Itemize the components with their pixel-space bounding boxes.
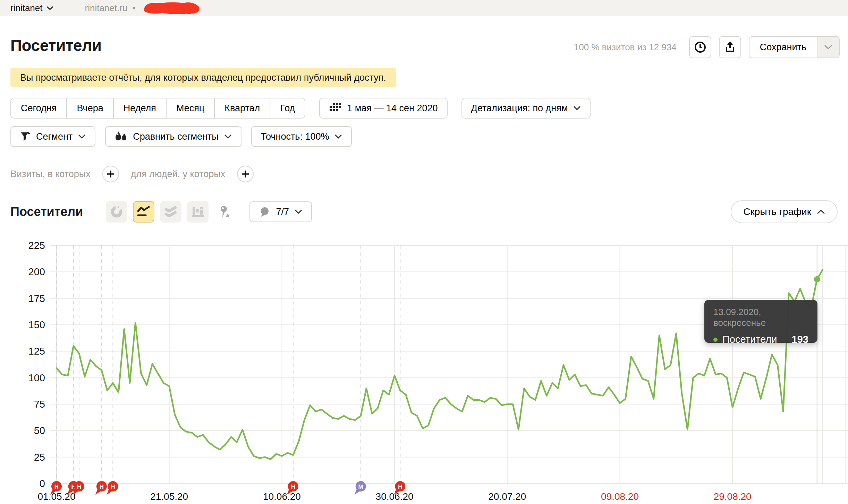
svg-text:Н: Н <box>291 484 295 490</box>
y-axis-label: 0 <box>40 478 45 489</box>
tooltip-row: Посетители 193 <box>713 334 808 345</box>
y-axis-label: 50 <box>34 425 45 436</box>
segment-button[interactable]: Сегмент <box>10 126 95 147</box>
x-axis-label: 10.06.20 <box>263 491 301 502</box>
metrica-visitors-page: rinitanet rinitanet.ru • Посетители 100 … <box>0 0 848 504</box>
pie-chart-button[interactable] <box>106 201 127 223</box>
add-people-condition-button[interactable] <box>237 166 254 182</box>
y-axis-label: 225 <box>28 240 45 251</box>
chevron-down-icon <box>573 106 581 111</box>
page-title: Посетители <box>10 36 102 55</box>
svg-text:Н: Н <box>77 484 81 490</box>
chart-title: Посетители <box>10 205 83 219</box>
annotations-button[interactable]: 7/7 <box>249 201 312 222</box>
period-month-button[interactable]: Месяц <box>166 98 214 118</box>
topbar: rinitanet rinitanet.ru • <box>0 0 848 16</box>
y-axis-label: 100 <box>28 372 45 383</box>
period-week-button[interactable]: Неделя <box>113 98 166 118</box>
calendar-grid-icon <box>329 102 341 114</box>
holiday-marker[interactable]: М <box>355 481 366 495</box>
chart-tooltip: 13.09.2020, воскресенье Посетители 193 <box>704 300 817 343</box>
separator-dot: • <box>132 3 135 14</box>
date-range-label: 1 мая — 14 сен 2020 <box>347 103 438 114</box>
chevron-down-icon <box>295 209 302 214</box>
chevron-up-icon <box>817 209 825 215</box>
columns-chart-button[interactable] <box>187 201 209 223</box>
visits-filter-label: Визиты, в которых <box>10 169 91 180</box>
compare-segments-label: Сравнить сегменты <box>133 131 218 142</box>
hide-chart-label: Скрыть график <box>743 206 811 217</box>
two-drops-icon <box>115 131 127 142</box>
chevron-down-icon <box>78 134 86 139</box>
period-yesterday-button[interactable]: Вчера <box>66 98 113 118</box>
add-visits-condition-button[interactable] <box>102 166 119 182</box>
map-pin-icon <box>218 205 232 219</box>
svg-text:Н: Н <box>398 484 402 490</box>
stacked-area-button[interactable] <box>160 201 181 223</box>
accuracy-button[interactable]: Точность: 100% <box>251 126 352 147</box>
series-dot-icon <box>713 338 718 342</box>
x-axis-label: 29.08.20 <box>714 491 752 502</box>
hide-chart-button[interactable]: Скрыть график <box>731 200 838 223</box>
plus-icon <box>241 170 249 178</box>
y-axis-label: 25 <box>34 452 45 463</box>
x-axis-label: 09.08.20 <box>601 491 639 502</box>
y-axis-label: 75 <box>34 399 45 410</box>
date-range-button[interactable]: 1 мая — 14 сен 2020 <box>319 98 447 119</box>
holiday-marker[interactable]: Н <box>107 481 118 495</box>
site-info: rinitanet.ru • <box>85 0 201 16</box>
y-axis-label: 200 <box>28 266 45 277</box>
line-chart-icon <box>137 206 151 218</box>
pie-chart-icon <box>110 206 123 218</box>
accuracy-label: Точность: 100% <box>261 131 329 142</box>
period-button-group: Сегодня Вчера Неделя Месяц Квартал Год <box>10 98 305 119</box>
funnel-icon <box>20 131 31 142</box>
plus-icon <box>107 170 115 178</box>
period-quarter-button[interactable]: Квартал <box>214 98 270 118</box>
x-axis-label: 20.07.20 <box>488 491 526 502</box>
sample-info: 100 % визитов из 12 934 <box>574 42 677 53</box>
highlighted-point[interactable] <box>814 276 820 283</box>
save-split-button: Сохранить <box>749 36 840 58</box>
title-row: Посетители 100 % визитов из 12 934 Сохра… <box>0 33 848 61</box>
svg-text:Н: Н <box>100 484 104 490</box>
svg-text:Н: Н <box>54 484 59 490</box>
x-axis-label: 21.05.20 <box>150 491 188 502</box>
save-button[interactable]: Сохранить <box>749 37 817 58</box>
stacked-area-icon <box>164 206 177 218</box>
visitors-chart[interactable]: 025507510012515017520022501.05.2021.05.2… <box>0 239 848 504</box>
clock-icon <box>694 41 706 53</box>
period-today-button[interactable]: Сегодня <box>11 98 66 118</box>
people-filter-label: для людей, у которых <box>131 169 225 180</box>
detail-button[interactable]: Детализация: по дням <box>461 98 591 119</box>
period-row: Сегодня Вчера Неделя Месяц Квартал Год 1… <box>10 98 591 119</box>
chevron-down-icon <box>224 134 232 139</box>
segment-row: Сегмент Сравнить сегменты Точность: 100% <box>10 126 352 147</box>
annotations-count: 7/7 <box>276 207 289 217</box>
line-chart-button[interactable] <box>133 201 154 223</box>
map-chart-button[interactable] <box>214 201 236 223</box>
share-icon <box>724 41 736 53</box>
columns-chart-icon <box>191 206 204 218</box>
counter-switcher[interactable]: rinitanet <box>10 3 54 14</box>
detail-label: Детализация: по дням <box>471 103 568 114</box>
tooltip-series-value: 193 <box>792 334 808 345</box>
schedule-button[interactable] <box>689 36 711 58</box>
compare-segments-button[interactable]: Сравнить сегменты <box>105 126 241 147</box>
save-options-button[interactable] <box>817 37 839 58</box>
filter-row: Визиты, в которых для людей, у которых <box>10 166 257 182</box>
x-axis-label: 30.06.20 <box>376 491 414 502</box>
chevron-down-icon <box>46 6 54 10</box>
tooltip-series-name: Посетители <box>722 334 777 345</box>
tooltip-date: 13.09.2020, воскресенье <box>713 307 808 328</box>
report-actions: 100 % визитов из 12 934 Сохранить <box>574 36 840 58</box>
chevron-down-icon <box>824 45 832 50</box>
counter-name: rinitanet <box>10 3 43 14</box>
svg-text:Н: Н <box>111 484 115 490</box>
export-button[interactable] <box>719 36 741 58</box>
svg-text:М: М <box>358 484 363 490</box>
chevron-down-icon <box>334 134 342 139</box>
chart-header: Посетители <box>10 200 838 223</box>
holiday-marker[interactable]: Н <box>95 481 107 495</box>
period-year-button[interactable]: Год <box>270 98 305 118</box>
